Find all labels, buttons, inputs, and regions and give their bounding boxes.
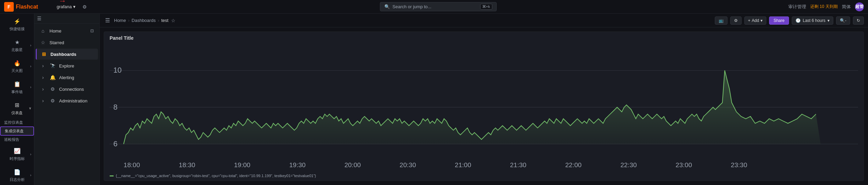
breadcrumb-current: test [161,18,168,23]
panel-legend: {__name__="cpu_usage_active", busigroup=… [104,172,864,181]
add-chevron-icon: ▾ [760,18,763,23]
add-button[interactable]: + Add ▾ [744,16,766,25]
favorite-star-icon[interactable]: ☆ [171,18,176,23]
home-icon: ⌂ [40,28,46,34]
logo-icon: F [4,2,14,12]
nav-home[interactable]: ⌂ Home ⊡ [36,25,98,36]
svg-text:22:00: 22:00 [565,161,582,169]
breadcrumb-home[interactable]: Home [114,18,126,23]
topbar: F Flashcat grafana ▾ → ⚙ 🔍 Search or jum… [0,0,868,14]
logo-text: Flashcat [16,4,38,10]
nav-explore-label: Explore [59,63,74,69]
svg-text:6: 6 [113,139,117,148]
svg-text:20:30: 20:30 [399,161,416,169]
quick-connect-icon: ⚡ [13,17,21,25]
user-label: 超管 [855,4,864,10]
audit-link[interactable]: 审计管理 [788,4,806,10]
time-range-button[interactable]: 🕐 Last 6 hours ▾ [792,16,833,25]
sidebar-item-nightingale[interactable]: 🔥 灭火图 › [1,56,33,76]
nightingale-icon: 🔥 [13,59,21,67]
sidebar-sub-inspection-report[interactable]: 巡检报告 [0,136,34,144]
zoom-out-icon: 🔍- [840,18,846,23]
nav-connections[interactable]: › ⚙ Connections [36,84,98,95]
logo: F Flashcat [4,2,38,12]
panel-chart: 10 8 6 18:00 18:30 19:00 19:30 20:00 20:… [104,43,864,172]
svg-text:8: 8 [113,103,117,111]
nav-home-label: Home [49,28,61,34]
svg-text:23:30: 23:30 [731,161,747,169]
toolbar-right: 📺 ⚙ + Add ▾ Share 🕐 Last 6 hours ▾ [715,16,864,25]
left-sidebar: ⚡ 快捷链接 ★ 北极星 › 🔥 灭火图 › 📋 事件墙 › ⊞ 仪表盘 ∨ 监… [0,14,34,185]
sidebar-item-dashboard[interactable]: ⊞ 仪表盘 ∨ [1,98,33,118]
sidebar-item-north-star[interactable]: ★ 北极星 › [1,35,33,55]
settings-icon[interactable]: ⚙ [81,3,88,10]
chart-svg: 10 8 6 18:00 18:30 19:00 19:30 20:00 20:… [110,43,858,172]
language-link[interactable]: 简体 [842,4,851,10]
sidebar-label-quick-connect: 快捷链接 [10,27,25,31]
chevron-icon-6: › [30,173,31,177]
legend-color-box [110,175,114,176]
alerting-icon: 🔔 [49,75,56,80]
nav-dashboards[interactable]: ⊞ Dashboards [36,49,98,60]
explore-icon2: 🔭 [49,63,56,69]
nav-administration[interactable]: › ⚙ Administration [36,95,98,106]
share-label: Share [774,18,785,23]
zoom-out-button[interactable]: 🔍- [836,16,850,25]
nav-menu-toggle[interactable]: ☰ [34,14,99,24]
clock-icon: 🕐 [796,18,801,23]
nav-explore[interactable]: › 🔭 Explore [36,60,98,71]
sidebar-label-time-metric: 时序指标 [10,157,25,161]
search-box[interactable]: 🔍 Search or jump to... ⌘+k [380,2,497,11]
breadcrumb: Home › Dashboards › test [114,18,168,23]
menu-toggle-button[interactable]: ☰ [104,16,111,25]
sidebar-label-nightingale: 灭火图 [11,69,23,73]
breadcrumb-sep-2: › [158,18,159,23]
dashboard-settings-button[interactable]: ⚙ [730,16,742,25]
sidebar-item-quick-connect[interactable]: ⚡ 快捷链接 [1,14,33,34]
administration-chevron: › [40,98,46,103]
panel-icon: ⊡ [90,28,94,33]
main-layout: ⚡ 快捷链接 ★ 北极星 › 🔥 灭火图 › 📋 事件墙 › ⊞ 仪表盘 ∨ 监… [0,14,868,185]
nav-alerting-label: Alerting [59,75,74,80]
refresh-button[interactable]: ↻ [853,16,864,25]
avatar[interactable]: 超管 [855,2,864,11]
explore-icon: › [40,63,46,69]
nav-starred[interactable]: ☆ Starred [36,37,98,48]
sidebar-label-dashboard: 仪表盘 [11,111,23,115]
trial-badge: 还剩 10 天到期 [810,4,838,10]
sidebar-sub-monitor-dashboard[interactable]: 监控仪表盘 [0,119,34,126]
chevron-down-icon: ▾ [73,4,76,9]
breadcrumb-dashboards[interactable]: Dashboards [132,18,156,23]
nav-menu: ☰ ⌂ Home ⊡ ☆ Starred ⊞ Dashboards › 🔭 Ex… [34,14,100,185]
add-label: Add [752,18,759,23]
nav-connections-label: Connections [59,87,84,92]
gear-icon: ⚙ [734,18,738,23]
svg-text:19:00: 19:00 [234,161,250,169]
dashboard-icon: ⊞ [13,101,21,109]
tv-icon: 📺 [719,18,724,23]
svg-text:18:00: 18:00 [124,161,140,169]
breadcrumb-sep-1: › [128,18,129,23]
sidebar-item-incident[interactable]: 📋 事件墙 › [1,77,33,97]
legend-text: {__name__="cpu_usage_active", busigroup=… [116,174,316,178]
tv-mode-button[interactable]: 📺 [715,16,728,25]
nav-alerting[interactable]: › 🔔 Alerting [36,72,98,83]
share-button[interactable]: Share [769,16,789,25]
nav-administration-label: Administration [59,98,87,103]
chevron-icon-2: › [30,64,31,68]
svg-text:21:00: 21:00 [455,161,471,169]
log-analysis-icon: 📄 [13,168,21,176]
chart-container: Panel Title 10 8 6 18:00 18:30 [100,27,868,185]
star-icon: ☆ [40,40,46,45]
sidebar-item-time-metric[interactable]: 📈 时序指标 › [1,144,33,164]
sidebar-label-incident: 事件墙 [11,90,23,94]
svg-text:18:30: 18:30 [179,161,195,169]
incident-icon: 📋 [13,80,21,88]
sidebar-item-log-analysis[interactable]: 📄 日志分析 › [1,165,33,185]
svg-text:20:00: 20:00 [345,161,361,169]
svg-text:19:30: 19:30 [289,161,306,169]
chevron-icon-5: › [30,152,31,156]
search-placeholder: Search or jump to... [393,4,431,9]
sidebar-sub-integrated-dashboard[interactable]: 集成仪表盘 [0,126,34,136]
administration-icon: ⚙ [49,98,56,103]
